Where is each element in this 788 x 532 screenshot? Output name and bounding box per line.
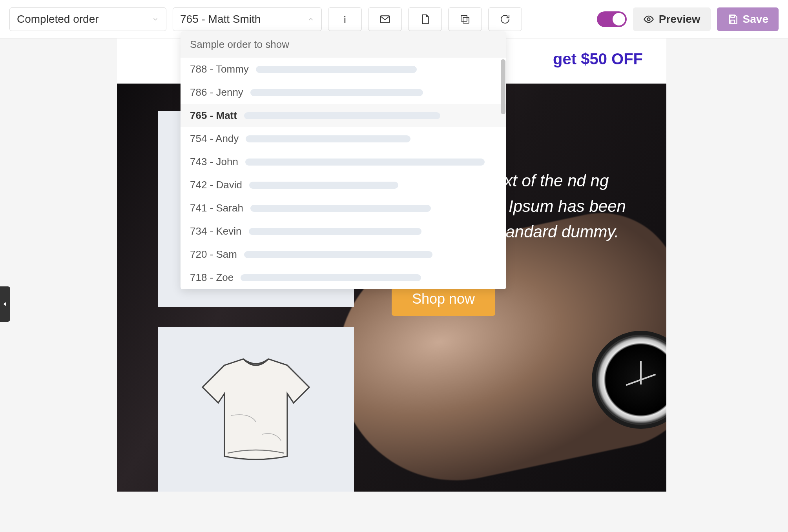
dropdown-item-label: 718 - Zoe <box>190 271 233 284</box>
dropdown-item[interactable]: 743 - John <box>181 150 506 173</box>
dropdown-item-label: 788 - Tommy <box>190 63 249 75</box>
dropdown-item-label: 741 - Sarah <box>190 202 243 214</box>
mail-icon <box>379 13 391 25</box>
dropdown-item[interactable]: 788 - Tommy <box>181 58 506 81</box>
placeholder-bar <box>246 135 410 142</box>
dropdown-item-label: 742 - David <box>190 179 242 191</box>
order-select[interactable]: 765 - Matt Smith <box>173 7 322 31</box>
preview-button[interactable]: Preview <box>633 7 711 31</box>
chevron-up-icon <box>307 16 314 23</box>
svg-rect-5 <box>731 20 734 23</box>
eye-icon <box>643 14 654 25</box>
save-icon <box>727 14 738 25</box>
dropdown-item-label: 720 - Sam <box>190 248 237 261</box>
dropdown-list: 788 - Tommy786 - Jenny765 - Matt754 - An… <box>181 58 506 289</box>
dropdown-item-label: 786 - Jenny <box>190 86 243 98</box>
dropdown-item[interactable]: 742 - David <box>181 173 506 197</box>
dropdown-item[interactable]: 734 - Kevin <box>181 220 506 243</box>
live-toggle[interactable] <box>597 11 627 27</box>
save-label: Save <box>743 13 768 26</box>
document-icon <box>419 13 431 25</box>
svg-rect-1 <box>463 17 469 23</box>
triangle-left-icon <box>2 301 8 307</box>
preview-label: Preview <box>659 13 700 26</box>
product-card-2 <box>158 327 354 492</box>
svg-rect-4 <box>731 15 734 17</box>
email-button[interactable] <box>368 7 402 31</box>
status-select-value: Completed order <box>17 13 99 26</box>
placeholder-bar <box>249 182 398 189</box>
copy-button[interactable] <box>448 7 482 31</box>
status-select[interactable]: Completed order <box>9 7 166 31</box>
placeholder-bar <box>244 112 440 119</box>
placeholder-bar <box>244 251 432 258</box>
dropdown-item[interactable]: 718 - Zoe <box>181 266 506 289</box>
refresh-button[interactable] <box>488 7 522 31</box>
save-button[interactable]: Save <box>717 7 779 31</box>
dropdown-item-label: 734 - Kevin <box>190 225 242 237</box>
dropdown-scrollbar[interactable] <box>501 59 505 114</box>
placeholder-bar <box>241 274 421 281</box>
placeholder-bar <box>249 228 421 235</box>
copy-icon <box>459 13 471 25</box>
chevron-down-icon <box>152 16 159 23</box>
document-button[interactable] <box>408 7 442 31</box>
order-select-value: 765 - Matt Smith <box>180 13 261 26</box>
dropdown-item[interactable]: 754 - Andy <box>181 127 506 150</box>
order-dropdown-panel: Sample order to show 788 - Tommy786 - Je… <box>181 31 506 289</box>
dropdown-header: Sample order to show <box>181 31 506 58</box>
dropdown-item[interactable]: 741 - Sarah <box>181 197 506 220</box>
dropdown-item[interactable]: 786 - Jenny <box>181 81 506 104</box>
panel-collapse-handle[interactable] <box>0 286 10 322</box>
dropdown-item-label: 754 - Andy <box>190 133 239 145</box>
dropdown-item[interactable]: 765 - Matt <box>181 104 506 127</box>
info-button[interactable]: i <box>328 7 362 31</box>
tshirt-illustration <box>193 350 319 468</box>
info-icon: i <box>343 13 347 26</box>
svg-point-3 <box>647 18 650 20</box>
refresh-icon <box>499 13 511 25</box>
placeholder-bar <box>250 89 423 96</box>
svg-rect-0 <box>381 16 390 23</box>
placeholder-bar <box>256 66 417 73</box>
toggle-knob <box>613 13 625 26</box>
svg-rect-2 <box>461 15 467 21</box>
placeholder-bar <box>245 159 485 166</box>
dropdown-item[interactable]: 720 - Sam <box>181 243 506 266</box>
svg-marker-6 <box>4 302 6 306</box>
dropdown-item-label: 743 - John <box>190 156 238 168</box>
dropdown-item-label: 765 - Matt <box>190 109 237 122</box>
placeholder-bar <box>250 205 431 212</box>
